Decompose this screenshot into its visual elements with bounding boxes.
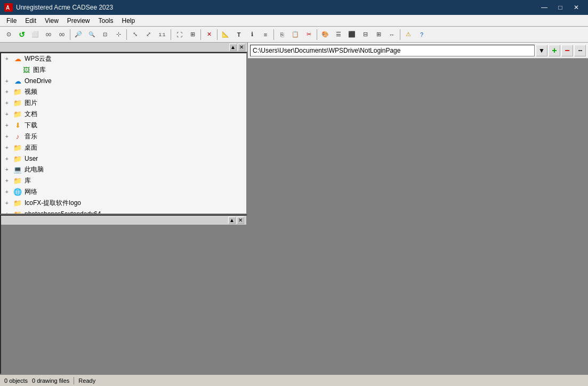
tree-label-video: 视频	[25, 87, 37, 96]
tb-11-btn[interactable]: 1:1	[155, 28, 169, 41]
tb-help-btn[interactable]: ?	[415, 28, 428, 41]
tree-icon-desktop: 📁	[13, 144, 22, 152]
tree-item-video[interactable]: +📁视频	[1, 86, 246, 97]
title-controls: — □ ✕	[537, 2, 584, 13]
tree-icon-music: ♪	[13, 133, 22, 141]
tree-label-wps: WPS云盘	[25, 54, 52, 63]
menu-preview[interactable]: Preview	[63, 16, 94, 26]
tree-item-network[interactable]: +🌐网络	[1, 186, 246, 198]
tree-item-onedrive[interactable]: +☁OneDrive	[1, 76, 246, 86]
tree-icon-user: 📁	[13, 154, 22, 163]
tb-zoom-ext-btn[interactable]: ⤢	[142, 28, 155, 41]
preview-panel: ▲ ✕	[0, 215, 247, 374]
title-bar: A Unregistered Acme CADSee 2023 — □ ✕	[0, 0, 588, 15]
tb-copy-btn[interactable]: ⎘	[276, 28, 288, 41]
tree-item-wps[interactable]: +☁WPS云盘	[1, 53, 246, 64]
sep5	[217, 29, 218, 40]
title-text: Unregistered Acme CADSee 2023	[16, 4, 113, 11]
tb-text-btn[interactable]: T	[232, 28, 245, 41]
tb-info-btn[interactable]: ℹ	[246, 28, 259, 41]
tb-zoom-all-btn[interactable]: ⤡	[128, 28, 141, 41]
tree-item-desktop[interactable]: +📁桌面	[1, 142, 246, 153]
tb-color-btn[interactable]: 🎨	[319, 28, 332, 41]
menu-edit[interactable]: Edit	[21, 16, 41, 26]
path-input[interactable]	[250, 45, 535, 56]
tb-layer-btn[interactable]: ☰	[332, 28, 345, 41]
minimize-button[interactable]: —	[537, 2, 552, 13]
tb-zoom-sel-btn[interactable]: ⊹	[112, 28, 125, 41]
tb-zoom-out-btn[interactable]: 🔍	[85, 28, 98, 41]
tb-num2-btn[interactable]: 00	[55, 28, 68, 41]
file-tree-collapse-btn[interactable]: ▲	[229, 44, 237, 51]
tree-label-desktop: 桌面	[25, 143, 37, 152]
tree-item-lib[interactable]: +📁库	[1, 175, 246, 186]
tree-item-music[interactable]: +♪音乐	[1, 131, 246, 142]
tree-label-icofx: IcoFX-提取软件logo	[25, 199, 81, 208]
path-more-btn[interactable]: ···	[574, 45, 586, 56]
menu-file[interactable]: File	[2, 16, 21, 26]
tree-icon-pictures: 📁	[13, 99, 22, 108]
tree-icon-docs: 📁	[13, 110, 22, 119]
title-left: A Unregistered Acme CADSee 2023	[4, 3, 113, 12]
tb-save-btn[interactable]: ⬜	[29, 28, 42, 41]
sep2	[126, 29, 127, 40]
tree-item-docs[interactable]: +📁文档	[1, 109, 246, 120]
tree-icon-network: 🌐	[13, 188, 22, 196]
preview-close-btn[interactable]: ✕	[237, 217, 244, 224]
tree-item-user[interactable]: +📁User	[1, 153, 246, 164]
preview-content	[1, 225, 246, 373]
tree-item-img-lib[interactable]: 🖼图库	[1, 64, 246, 76]
path-dropdown-btn[interactable]: ▼	[536, 45, 547, 56]
tree-item-pictures[interactable]: +📁图片	[1, 97, 246, 109]
tree-item-download[interactable]: +⬇下载	[1, 120, 246, 131]
tree-label-lib: 库	[25, 176, 31, 185]
tb-batch-btn[interactable]: ⬛	[345, 28, 358, 41]
tb-measure-btn[interactable]: 📐	[219, 28, 232, 41]
tb-grid-btn[interactable]: ⊞	[186, 28, 199, 41]
tree-icon-img-lib: 🖼	[21, 66, 31, 75]
tb-warn-btn[interactable]: ⚠	[402, 28, 415, 41]
menu-view[interactable]: View	[41, 16, 63, 26]
tb-zoom-fit-btn[interactable]: ⊡	[99, 28, 111, 41]
menu-bar: File Edit View Preview Tools Help	[0, 15, 588, 27]
tb-grid2-btn[interactable]: ⊟	[359, 28, 372, 41]
tree-item-icofx[interactable]: +📁IcoFX-提取软件logo	[1, 198, 246, 209]
tb-paste-btn[interactable]: 📋	[289, 28, 302, 41]
tb-table-btn[interactable]: ⊞	[372, 28, 385, 41]
tree-label-img-lib: 图库	[33, 65, 46, 75]
tree-expand-onedrive: +	[5, 78, 13, 84]
tb-refresh-btn[interactable]: ↺	[15, 28, 28, 41]
tb-props-btn[interactable]: ≡	[259, 28, 272, 41]
tb-delete-btn[interactable]: ✕	[203, 28, 215, 41]
path-bar: ▼ + − ···	[248, 43, 588, 59]
tb-dim-btn[interactable]: ↔	[385, 28, 398, 41]
file-tree-panel[interactable]: +☁WPS云盘🖼图库+☁OneDrive+📁视频+📁图片+📁文档+⬇下载+♪音乐…	[0, 52, 247, 215]
tree-item-thispc[interactable]: +💻此电脑	[1, 164, 246, 175]
file-tree-close-btn[interactable]: ✕	[238, 44, 245, 51]
tb-zoom-in-btn[interactable]: 🔎	[72, 28, 85, 41]
tree-label-docs: 文档	[25, 110, 37, 119]
sep4	[200, 29, 201, 40]
tree-expand-icofx: +	[5, 200, 13, 206]
menu-tools[interactable]: Tools	[94, 16, 118, 26]
file-tree-header: ▲ ✕	[0, 43, 247, 52]
tb-open-btn[interactable]: ⊙	[2, 28, 15, 41]
menu-help[interactable]: Help	[118, 16, 140, 26]
path-add-btn[interactable]: +	[549, 45, 560, 56]
maximize-button[interactable]: □	[553, 2, 568, 13]
tree-label-onedrive: OneDrive	[25, 77, 52, 85]
tb-cut-btn[interactable]: ✂	[302, 28, 315, 41]
file-tree-controls: ▲ ✕	[229, 44, 245, 51]
sep7	[317, 29, 317, 40]
close-button[interactable]: ✕	[569, 2, 584, 13]
tb-num1-btn[interactable]: 00	[42, 28, 55, 41]
tree-item-photoshop[interactable]: +📁photoshopcs5extendedx64	[1, 209, 246, 215]
preview-collapse-btn[interactable]: ▲	[228, 217, 236, 224]
tree-icon-icofx: 📁	[13, 199, 22, 208]
tree-expand-docs: +	[5, 111, 13, 117]
tree-icon-wps: ☁	[13, 55, 22, 63]
path-remove-btn[interactable]: −	[561, 45, 573, 56]
tb-snap-btn[interactable]: ⛶	[173, 28, 186, 41]
preview-controls: ▲ ✕	[228, 217, 244, 224]
tree-icon-onedrive: ☁	[13, 77, 22, 85]
